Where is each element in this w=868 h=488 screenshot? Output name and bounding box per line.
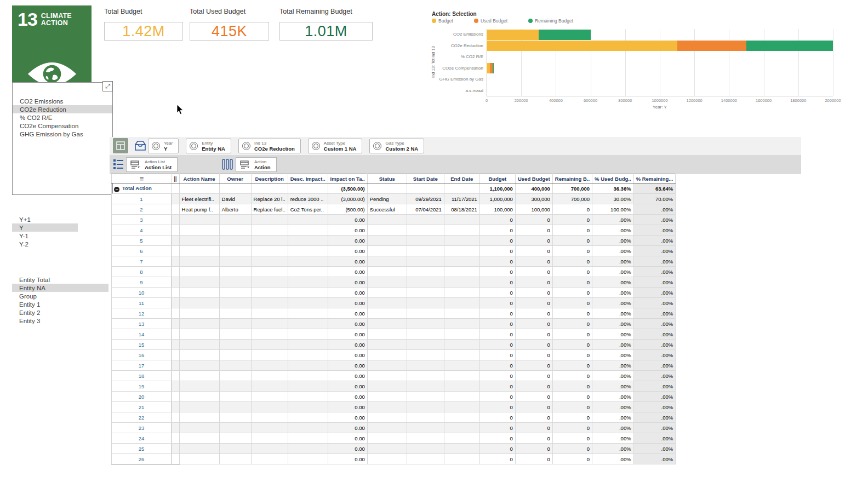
table-cell[interactable]: 9 xyxy=(112,277,172,288)
table-cell[interactable] xyxy=(179,454,219,464)
table-cell[interactable]: 0 xyxy=(479,329,515,340)
table-cell[interactable]: 7 xyxy=(112,256,172,267)
table-cell[interactable]: .00% xyxy=(592,350,634,360)
table-cell[interactable]: 0.00 xyxy=(328,308,367,319)
table-cell[interactable]: 0 xyxy=(515,423,552,433)
table-cell[interactable] xyxy=(444,256,479,267)
table-cell[interactable] xyxy=(251,402,288,412)
table-cell[interactable] xyxy=(288,215,328,225)
action-button[interactable]: Action Action xyxy=(236,157,277,172)
table-cell[interactable]: 0.00 xyxy=(328,444,367,454)
table-column-header[interactable]: Budget xyxy=(479,174,515,183)
table-cell[interactable]: 0 xyxy=(552,267,592,277)
table-cell[interactable] xyxy=(179,277,219,288)
table-cell[interactable] xyxy=(444,402,479,412)
table-cell[interactable]: 0.00 xyxy=(328,371,367,381)
table-cell[interactable]: Heat pump f.. xyxy=(179,204,219,215)
table-cell[interactable]: Co2 Tons per.. xyxy=(288,204,328,215)
table-cell[interactable] xyxy=(172,412,180,423)
table-cell[interactable] xyxy=(251,267,288,277)
table-cell[interactable] xyxy=(444,288,479,298)
table-cell[interactable] xyxy=(219,350,251,360)
table-cell[interactable] xyxy=(251,412,288,423)
table-column-header[interactable]: Action Name xyxy=(179,174,219,183)
table-cell[interactable]: 0 xyxy=(552,402,592,412)
table-cell[interactable] xyxy=(288,360,328,371)
chart-bar[interactable] xyxy=(487,41,833,51)
table-cell[interactable] xyxy=(172,215,180,225)
table-cell[interactable]: 0 xyxy=(479,288,515,298)
table-cell[interactable] xyxy=(219,215,251,225)
table-cell[interactable]: 0.00 xyxy=(328,381,367,392)
table-cell[interactable] xyxy=(179,360,219,371)
table-cell[interactable]: 24 xyxy=(112,433,172,444)
table-cell[interactable] xyxy=(444,412,479,423)
table-cell[interactable] xyxy=(288,433,328,444)
table-cell[interactable] xyxy=(172,277,180,288)
table-cell[interactable]: 0 xyxy=(515,277,552,288)
table-cell[interactable] xyxy=(444,183,479,194)
table-cell[interactable]: 0 xyxy=(515,371,552,381)
table-cell[interactable]: 0.00 xyxy=(328,246,367,256)
collapse-icon[interactable]: – xyxy=(114,187,119,192)
table-cell[interactable] xyxy=(288,423,328,433)
table-cell[interactable] xyxy=(251,256,288,267)
table-cell[interactable] xyxy=(407,444,444,454)
table-cell[interactable]: 0 xyxy=(552,225,592,236)
table-cell[interactable] xyxy=(251,444,288,454)
table-cell[interactable] xyxy=(172,371,180,381)
table-cell[interactable] xyxy=(444,433,479,444)
table-cell[interactable]: 22 xyxy=(112,412,172,423)
table-cell[interactable]: 0 xyxy=(515,236,552,246)
table-cell[interactable] xyxy=(172,319,180,329)
table-cell[interactable] xyxy=(219,340,251,350)
indicator-slicer-item[interactable]: GHG Emission by Gas xyxy=(13,130,112,138)
year-slicer-item[interactable]: Y+1 xyxy=(12,215,78,223)
entity-slicer-item[interactable]: Group xyxy=(12,292,108,300)
table-cell[interactable]: 2 xyxy=(112,204,172,215)
table-cell[interactable] xyxy=(367,183,407,194)
table-cell[interactable]: 0.00 xyxy=(328,412,367,423)
table-cell[interactable]: .00% xyxy=(633,236,676,246)
table-cell[interactable]: 0.00 xyxy=(328,433,367,444)
table-cell[interactable]: .00% xyxy=(592,256,634,267)
action-list-button[interactable]: Action List Action List xyxy=(126,157,178,172)
table-cell[interactable]: .00% xyxy=(592,433,634,444)
table-cell[interactable]: 0.00 xyxy=(328,236,367,246)
table-cell[interactable]: .00% xyxy=(592,215,634,225)
table-column-header[interactable]: Desc. Impact.. xyxy=(288,174,328,183)
table-cell[interactable] xyxy=(288,454,328,464)
table-cell[interactable]: 0 xyxy=(479,392,515,402)
table-cell[interactable]: 0.00 xyxy=(328,277,367,288)
table-cell[interactable] xyxy=(407,360,444,371)
table-cell[interactable] xyxy=(367,256,407,267)
table-cell[interactable] xyxy=(367,236,407,246)
table-cell[interactable] xyxy=(172,225,180,236)
table-cell[interactable]: .00% xyxy=(633,267,676,277)
table-cell[interactable]: 0 xyxy=(552,340,592,350)
indicator-slicer-item[interactable]: % CO2 R/E xyxy=(13,113,112,122)
table-cell[interactable] xyxy=(179,246,219,256)
table-cell[interactable] xyxy=(367,319,407,329)
table-cell[interactable]: 0.00 xyxy=(328,402,367,412)
filter-pill[interactable]: Asset TypeCustom 1 NA xyxy=(308,139,363,153)
table-cell[interactable] xyxy=(251,350,288,360)
table-cell[interactable] xyxy=(251,371,288,381)
list-icon[interactable] xyxy=(113,159,124,172)
table-cell[interactable] xyxy=(219,298,251,308)
table-cell[interactable]: .00% xyxy=(633,381,676,392)
table-cell[interactable]: 0 xyxy=(479,267,515,277)
table-cell[interactable]: 0 xyxy=(479,340,515,350)
table-cell[interactable]: .00% xyxy=(592,288,634,298)
table-cell[interactable]: 0 xyxy=(515,381,552,392)
indicator-slicer-item[interactable]: CO2e Reduction xyxy=(13,105,112,113)
table-cell[interactable] xyxy=(172,329,180,340)
table-cell[interactable]: Successful xyxy=(367,204,407,215)
table-cell[interactable]: 10 xyxy=(112,288,172,298)
table-cell[interactable] xyxy=(407,454,444,464)
table-cell[interactable] xyxy=(367,392,407,402)
table-cell[interactable] xyxy=(288,371,328,381)
table-cell[interactable]: 0 xyxy=(515,215,552,225)
table-cell[interactable] xyxy=(251,319,288,329)
table-cell[interactable]: 0.00 xyxy=(328,225,367,236)
